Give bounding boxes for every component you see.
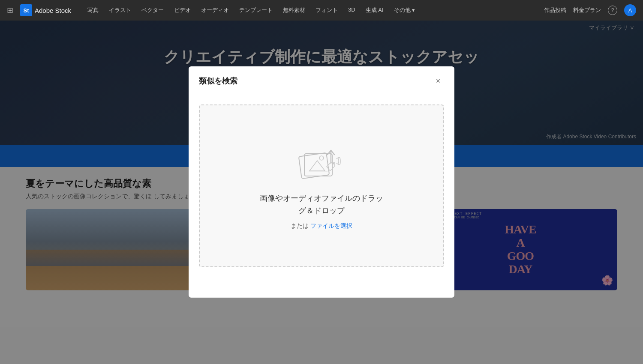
nav-other[interactable]: その他 ▾	[390, 5, 420, 16]
nav-contribute[interactable]: 作品投稿	[544, 6, 566, 14]
nav-template[interactable]: テンプレート	[235, 5, 277, 16]
modal-header: 類似を検索 ×	[189, 66, 454, 94]
modal-body: 画像やオーディオファイルのドラッ グ＆ドロップ または ファイルを選択	[189, 94, 454, 277]
nav-vector[interactable]: ベクター	[137, 5, 168, 16]
drop-text: 画像やオーディオファイルのドラッ グ＆ドロップ	[260, 192, 383, 217]
grid-icon[interactable]: ⊞	[7, 6, 13, 15]
avatar[interactable]: A	[624, 4, 636, 16]
nav-links: 写真 イラスト ベクター ビデオ オーディオ テンプレート 無料素材 フォント …	[83, 5, 541, 16]
svg-marker-2	[309, 161, 325, 171]
logo-box: St	[20, 4, 32, 16]
upload-icon	[296, 142, 347, 182]
svg-point-3	[319, 156, 324, 160]
nav-3d[interactable]: 3D	[344, 5, 360, 16]
nav-illust[interactable]: イラスト	[105, 5, 135, 16]
file-select-link[interactable]: ファイルを選択	[310, 222, 352, 229]
logo[interactable]: St Adobe Stock	[20, 4, 71, 16]
modal-title: 類似を検索	[199, 76, 237, 86]
drop-or-text: または ファイルを選択	[291, 222, 352, 230]
svg-rect-0	[299, 153, 330, 179]
nav-right: 作品投稿 料金プラン ? A	[544, 4, 636, 16]
search-similar-modal: 類似を検索 ×	[189, 66, 454, 298]
brand-name: Adobe Stock	[35, 7, 71, 14]
nav-video[interactable]: ビデオ	[170, 5, 195, 16]
nav-audio[interactable]: オーディオ	[197, 5, 233, 16]
drop-zone[interactable]: 画像やオーディオファイルのドラッ グ＆ドロップ または ファイルを選択	[199, 104, 444, 267]
nav-pricing[interactable]: 料金プラン	[573, 6, 601, 14]
modal-close-button[interactable]: ×	[432, 75, 444, 87]
nav-photo[interactable]: 写真	[83, 5, 103, 16]
svg-point-5	[332, 163, 334, 164]
nav-genai[interactable]: 生成 AI	[361, 5, 388, 16]
nav-font[interactable]: フォント	[311, 5, 342, 16]
navbar: ⊞ St Adobe Stock 写真 イラスト ベクター ビデオ オーディオ …	[0, 0, 643, 21]
nav-free[interactable]: 無料素材	[279, 5, 309, 16]
help-icon[interactable]: ?	[608, 6, 617, 15]
